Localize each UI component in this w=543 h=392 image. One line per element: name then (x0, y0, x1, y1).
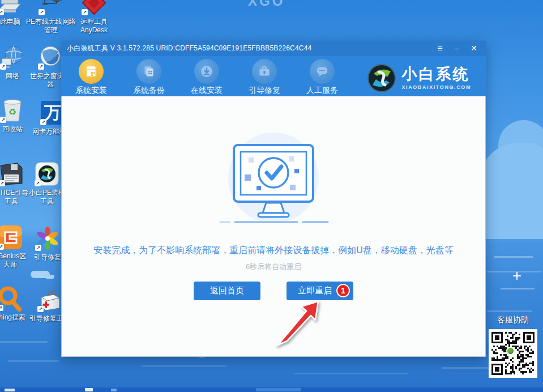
close-button[interactable]: ✕ (468, 41, 480, 56)
shortcut-arrow-icon: ↗ (35, 245, 41, 251)
support-panel: 客服协助 (488, 315, 538, 378)
svg-text:♻: ♻ (8, 107, 16, 117)
back-home-button[interactable]: 返回首页 (194, 282, 260, 300)
desktop-icon-recycle-bin[interactable]: ♻ ↗ 回收站 (0, 97, 29, 134)
pointer-arrow-icon (272, 299, 326, 347)
desktop-icon-network[interactable]: ↗ 网络 (0, 44, 29, 80)
shortcut-arrow-icon: ↗ (0, 244, 4, 250)
desktop-icon-pe-network[interactable]: ↗ PE有线无线网络管理 (26, 0, 76, 35)
button-row: 返回首页 立即重启 1 (194, 282, 353, 300)
tab-online-install[interactable]: 在线安装 (178, 59, 236, 96)
shortcut-arrow-icon: ↗ (82, 9, 88, 15)
shortcut-arrow-icon: ↗ (40, 119, 46, 125)
xiaobai-pe-icon: ↗ (34, 161, 60, 187)
minimize-button[interactable]: – (451, 41, 463, 56)
globe-browser-icon: ↗ (37, 44, 63, 70)
tab-system-backup[interactable]: 系统备份 (120, 59, 178, 96)
toolbox-icon: ↗ (37, 287, 63, 313)
shortcut-arrow-icon: ↗ (0, 305, 3, 311)
desktop-icon-xiaobai-pe[interactable]: ↗ 小白PE装机工具 (28, 161, 66, 206)
backup-copies-icon (136, 59, 161, 84)
qr-code[interactable] (489, 329, 537, 378)
brand-logo: 小白系统 XIAOBAIXITONG.COM (367, 59, 471, 93)
chat-bubble-icon (310, 59, 335, 84)
cloud (498, 120, 543, 188)
toolbox-repair-icon (252, 59, 277, 84)
desktop-icon-boot-repair[interactable]: ↗ 引导修复 (29, 225, 66, 262)
restart-now-button[interactable]: 立即重启 1 (287, 282, 353, 300)
window-titlebar[interactable]: 小白装机工具 V 3.1.572.285 URID:CDFF5A594C09E1… (61, 41, 486, 56)
support-title: 客服协助 (497, 315, 529, 325)
tab-system-install[interactable]: 系统安装 (62, 59, 120, 96)
this-pc-icon: ↗ (0, 0, 23, 16)
install-complete-message: 安装完成，为了不影响系统部署，重启前请将外接设备拔掉，例如U盘，移动硬盘，光盘等 (93, 245, 454, 257)
tab-human-service[interactable]: 人工服务 (293, 59, 351, 96)
network-icon: ↗ (0, 44, 25, 70)
qr-center-logo-icon (506, 347, 515, 355)
shortcut-arrow-icon: ↗ (0, 63, 6, 70)
desktop-icon-anydesk[interactable]: ↗ 远程工具 AnyDesk (72, 0, 116, 35)
restart-countdown: 6秒后将自动重启 (246, 262, 301, 272)
desktop: XGO ↗ 此电脑 ↗ PE有线无线网络管理 ↗ 远程工具 AnyDesk (0, 0, 543, 392)
desktop-icon-this-pc[interactable]: ↗ 此电脑 (0, 0, 28, 26)
tab-bar: 系统安装 系统备份 在线安装 引导修复 (61, 56, 486, 96)
install-box-icon (79, 59, 104, 84)
tab-boot-repair[interactable]: 引导修复 (236, 59, 293, 96)
menu-button[interactable]: ≡ (434, 41, 446, 56)
shortcut-arrow-icon: ↗ (39, 9, 45, 15)
window-title: 小白装机工具 V 3.1.572.285 URID:CDFF5A594C09E1… (67, 44, 429, 53)
cloud (45, 275, 54, 279)
floppy-disk-icon: ↗ (0, 161, 24, 187)
brand-site: XIAOBAIXITONG.COM (401, 84, 471, 90)
shortcut-arrow-icon: ↗ (37, 306, 44, 312)
brand-name: 小白系统 (401, 67, 471, 82)
anydesk-icon: ↗ (81, 0, 107, 16)
desktop-icon-bootice[interactable]: ↗ OTICE引导工具 (0, 161, 29, 206)
taskbar[interactable] (0, 387, 543, 392)
desktop-icon-diskgenius[interactable]: ↗ kGenius区大师 (0, 224, 28, 269)
shortcut-arrow-icon: ↗ (0, 117, 6, 123)
download-icon (194, 59, 219, 84)
diskgenius-icon: ↗ (0, 224, 23, 250)
wallpaper-text: XGO (248, 0, 285, 9)
shortcut-arrow-icon: ↗ (0, 180, 5, 186)
installer-window: 小白装机工具 V 3.1.572.285 URID:CDFF5A594C09E1… (61, 41, 486, 357)
shortcut-arrow-icon: ↗ (35, 180, 41, 186)
install-complete-illustration (206, 131, 341, 231)
xiaobai-logo-icon (367, 63, 396, 93)
shortcut-arrow-icon: ↗ (38, 63, 44, 70)
cloud (479, 193, 543, 239)
pinwheel-icon: ↗ (35, 225, 61, 252)
step-badge: 1 (336, 284, 350, 297)
recycle-bin-icon: ♻ ↗ (0, 97, 25, 123)
shortcut-arrow-icon: ↗ (0, 9, 4, 15)
sea-sparkle (513, 275, 521, 276)
desktop-icon-everything[interactable]: ↗ ything搜索 (0, 286, 27, 322)
network-manager-icon: ↗ (38, 0, 64, 16)
magnifier-icon: ↗ (0, 286, 23, 312)
